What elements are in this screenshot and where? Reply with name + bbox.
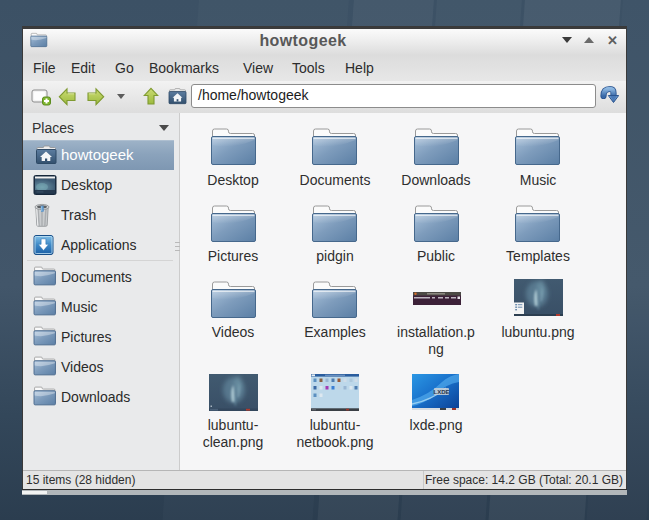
svg-text:LXDE: LXDE — [433, 389, 449, 395]
